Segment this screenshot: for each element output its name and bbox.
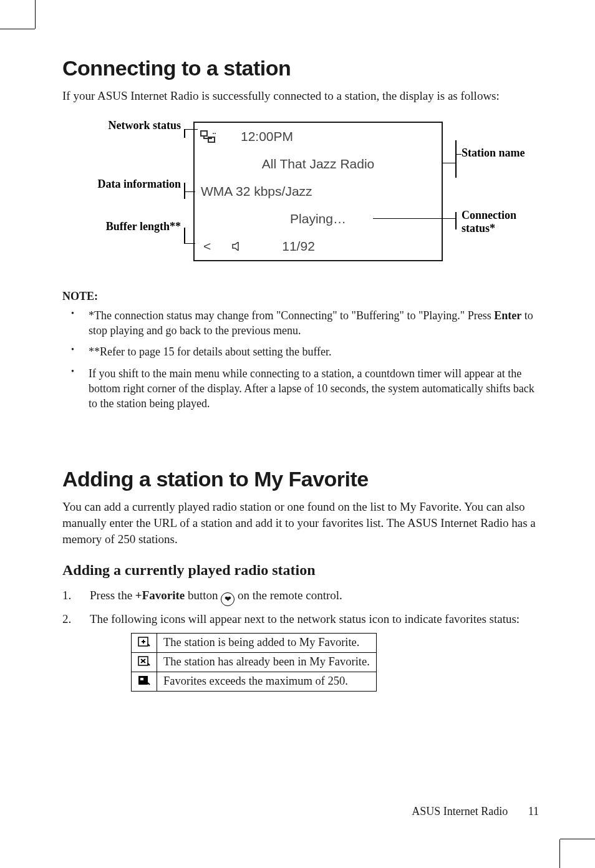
product-name: ASUS Internet Radio (412, 805, 508, 817)
leader-line (184, 228, 185, 244)
section-heading: Adding a station to My Favorite (62, 467, 539, 491)
leader-line (184, 191, 195, 193)
label-network-status: Network status (87, 119, 181, 133)
table-row: The station is being added to My Favorit… (132, 633, 377, 652)
page-number: 11 (528, 805, 539, 817)
label-station-name: Station name (462, 147, 525, 160)
lcd-row-time: 12:00PM (195, 123, 442, 150)
label-connection-status: Connection status* (462, 209, 539, 236)
enter-key-label: Enter (494, 309, 521, 322)
step-text: button (185, 589, 221, 602)
favorites-icon-table: The station is being added to My Favorit… (131, 633, 377, 692)
crop-mark (0, 29, 35, 29)
speaker-icon (232, 239, 242, 254)
table-row: Favorites exceeds the maximum of 250. (132, 672, 377, 691)
label-data-information: Data information (87, 178, 181, 191)
leader-line (184, 183, 185, 199)
subsection-heading: Adding a currently played radio station (62, 562, 539, 579)
lcd-row-station: All That Jazz Radio (195, 150, 442, 178)
display-diagram: 12:00PM All That Jazz Radio WMA 32 kbps/… (62, 115, 539, 277)
crop-mark (559, 839, 560, 868)
fav-desc: The station is being added to My Favorit… (157, 633, 377, 652)
steps-list: Press the +Favorite button ❤ on the remo… (62, 587, 539, 628)
lcd-time: 12:00PM (241, 129, 293, 144)
lcd-row-codec: WMA 32 kbps/Jazz (195, 178, 442, 205)
section-heading: Connecting to a station (62, 56, 539, 80)
fav-desc: Favorites exceeds the maximum of 250. (157, 672, 377, 691)
svg-point-3 (215, 133, 216, 134)
page-footer: ASUS Internet Radio 11 (412, 805, 539, 818)
note-item: If you shift to the main menu while conn… (62, 366, 539, 412)
notes-list: *The connection status may change from "… (62, 308, 539, 412)
crop-mark (560, 839, 595, 839)
note-heading: NOTE: (62, 290, 539, 303)
leader-line (184, 129, 198, 130)
svg-point-2 (213, 133, 214, 134)
step-item: Press the +Favorite button ❤ on the remo… (62, 587, 539, 606)
leader-line (455, 140, 457, 178)
lcd-counter: 11/92 (282, 239, 315, 254)
section-intro: If your ASUS Internet Radio is successfu… (62, 88, 539, 104)
leader-line (442, 163, 455, 164)
lcd-screen: 12:00PM All That Jazz Radio WMA 32 kbps/… (193, 122, 443, 261)
leader-line (184, 129, 185, 138)
fav-exists-icon (132, 652, 157, 672)
label-buffer-length: Buffer length** (87, 220, 181, 234)
step-text: on the remote control. (235, 589, 342, 602)
leader-line (184, 243, 195, 244)
fav-full-icon (132, 672, 157, 691)
leader-line (455, 154, 462, 155)
leader-line (455, 212, 457, 229)
fav-add-icon (132, 633, 157, 652)
step-text: Press the (90, 589, 135, 602)
svg-rect-0 (201, 131, 207, 136)
network-icon (200, 130, 216, 143)
heart-icon: ❤ (221, 592, 235, 606)
crop-mark (35, 0, 36, 29)
note-item: **Refer to page 15 for details about set… (62, 344, 539, 359)
nav-left-arrow: < (203, 239, 211, 254)
fav-desc: The station has already been in My Favor… (157, 652, 377, 672)
leader-line (373, 218, 455, 219)
table-row: The station has already been in My Favor… (132, 652, 377, 672)
lcd-row-nav: < 11/92 (195, 233, 442, 260)
section-intro: You can add a currently played radio sta… (62, 499, 539, 547)
note-item: *The connection status may change from "… (62, 308, 539, 339)
favorite-button-label: +Favorite (135, 589, 185, 602)
svg-rect-7 (140, 678, 143, 680)
step-item: The following icons will appear next to … (62, 611, 539, 628)
